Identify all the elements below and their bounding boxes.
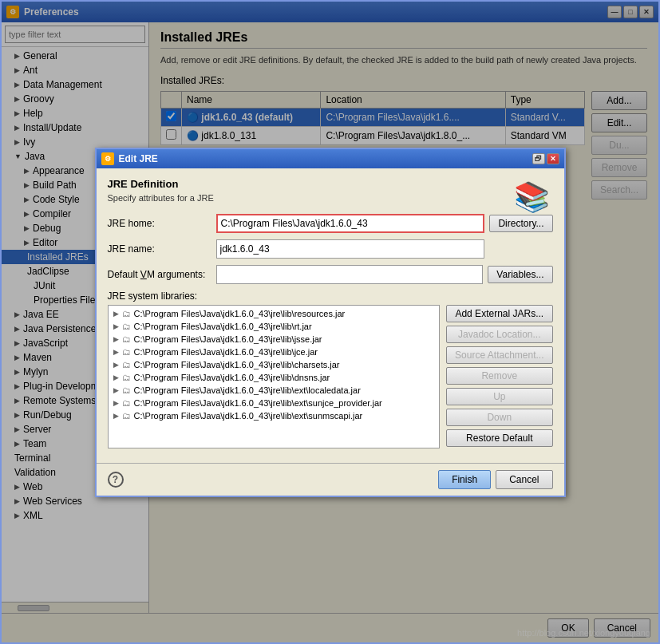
libraries-list[interactable]: ▶🗂C:\Program Files\Java\jdk1.6.0_43\jre\… — [108, 305, 441, 448]
jar-icon: 🗂 — [122, 347, 131, 357]
lib-path: C:\Program Files\Java\jdk1.6.0_43\jre\li… — [134, 322, 312, 331]
dialog-cancel-button[interactable]: Cancel — [496, 470, 552, 489]
list-item[interactable]: ▶🗂C:\Program Files\Java\jdk1.6.0_43\jre\… — [110, 397, 438, 409]
libraries-area: ▶🗂C:\Program Files\Java\jdk1.6.0_43\jre\… — [108, 305, 553, 448]
dialog-title-bar: ⚙ Edit JRE 🗗 ✕ — [97, 149, 564, 168]
jre-home-input[interactable] — [216, 214, 485, 233]
jar-icon: 🗂 — [122, 360, 131, 369]
variables-button[interactable]: Variables... — [488, 266, 552, 283]
list-item[interactable]: ▶🗂C:\Program Files\Java\jdk1.6.0_43\jre\… — [110, 333, 438, 346]
restore-default-button[interactable]: Restore Default — [446, 429, 552, 447]
lib-path: C:\Program Files\Java\jdk1.6.0_43\jre\li… — [134, 334, 322, 344]
dialog-title: Edit JRE — [119, 153, 158, 164]
default-vm-row: Default VM arguments: Variables... — [108, 265, 553, 284]
arrow-icon: ▶ — [113, 361, 119, 369]
arrow-icon: ▶ — [113, 399, 119, 407]
list-item[interactable]: ▶🗂C:\Program Files\Java\jdk1.6.0_43\jre\… — [110, 346, 438, 358]
dialog-close-button[interactable]: ✕ — [547, 153, 559, 164]
lib-path: C:\Program Files\Java\jdk1.6.0_43\jre\li… — [134, 360, 340, 369]
add-external-jars-button[interactable]: Add External JARs... — [446, 305, 552, 322]
jar-icon: 🗂 — [122, 373, 131, 382]
jar-icon: 🗂 — [122, 411, 131, 421]
arrow-icon: ▶ — [113, 322, 119, 330]
jar-icon: 🗂 — [122, 322, 131, 331]
jre-name-label: JRE name: — [108, 243, 211, 255]
jar-icon: 🗂 — [122, 334, 131, 344]
arrow-icon: ▶ — [113, 310, 119, 318]
jar-icon: 🗂 — [122, 309, 131, 318]
edit-jre-dialog: ⚙ Edit JRE 🗗 ✕ JRE Definition Specify at… — [95, 148, 566, 497]
arrow-icon: ▶ — [113, 386, 119, 394]
dialog-overlay: ⚙ Edit JRE 🗗 ✕ JRE Definition Specify at… — [2, 2, 658, 642]
lib-path: C:\Program Files\Java\jdk1.6.0_43\jre\li… — [134, 411, 363, 421]
dialog-bottom: ? Finish Cancel — [97, 463, 564, 496]
lib-path: C:\Program Files\Java\jdk1.6.0_43\jre\li… — [134, 309, 346, 318]
jre-books-icon: 📚 — [512, 176, 553, 218]
jre-name-row: JRE name: — [108, 239, 553, 259]
list-item[interactable]: ▶🗂C:\Program Files\Java\jdk1.6.0_43\jre\… — [110, 358, 438, 371]
default-vm-input[interactable] — [216, 265, 484, 284]
dialog-restore-button[interactable]: 🗗 — [532, 153, 545, 164]
list-item[interactable]: ▶🗂C:\Program Files\Java\jdk1.6.0_43\jre\… — [110, 320, 438, 333]
finish-button[interactable]: Finish — [438, 470, 491, 489]
lib-path: C:\Program Files\Java\jdk1.6.0_43\jre\li… — [134, 385, 361, 395]
dialog-section-title: JRE Definition — [108, 178, 553, 190]
arrow-icon: ▶ — [113, 412, 119, 420]
arrow-icon: ▶ — [113, 335, 119, 343]
javadoc-location-button: Javadoc Location... — [446, 326, 552, 343]
source-attachment-button: Source Attachment... — [446, 346, 552, 364]
default-vm-label: Default VM arguments: — [108, 269, 211, 280]
dialog-body: JRE Definition Specify attributes for a … — [97, 168, 564, 458]
jre-name-input[interactable] — [216, 239, 484, 259]
list-item[interactable]: ▶🗂C:\Program Files\Java\jdk1.6.0_43\jre\… — [110, 307, 438, 320]
list-item[interactable]: ▶🗂C:\Program Files\Java\jdk1.6.0_43\jre\… — [110, 409, 438, 422]
lib-path: C:\Program Files\Java\jdk1.6.0_43\jre\li… — [134, 398, 382, 408]
list-item[interactable]: ▶🗂C:\Program Files\Java\jdk1.6.0_43\jre\… — [110, 384, 438, 397]
arrow-icon: ▶ — [113, 373, 119, 381]
lib-path: C:\Program Files\Java\jdk1.6.0_43\jre\li… — [134, 373, 330, 382]
dialog-controls: 🗗 ✕ — [532, 153, 559, 164]
dialog-icon: ⚙ — [101, 152, 114, 165]
remove-lib-button: Remove — [446, 367, 552, 385]
dialog-bottom-right: Finish Cancel — [438, 470, 552, 489]
down-button: Down — [446, 409, 552, 426]
lib-path: C:\Program Files\Java\jdk1.6.0_43\jre\li… — [134, 347, 318, 357]
dialog-title-left: ⚙ Edit JRE — [101, 152, 158, 165]
jar-icon: 🗂 — [122, 398, 131, 408]
jre-home-row: JRE home: Directory... — [108, 214, 553, 233]
libraries-buttons: Add External JARs... Javadoc Location...… — [446, 305, 552, 448]
dialog-section-desc: Specify attributes for a JRE — [108, 193, 553, 203]
jre-home-label: JRE home: — [108, 218, 211, 229]
main-window: ⚙ Preferences — □ ✕ ▶General ▶Ant ▶Data … — [0, 0, 660, 644]
arrow-icon: ▶ — [113, 348, 119, 356]
help-button[interactable]: ? — [108, 472, 124, 488]
list-item[interactable]: ▶🗂C:\Program Files\Java\jdk1.6.0_43\jre\… — [110, 371, 438, 384]
libraries-label: JRE system libraries: — [108, 290, 553, 302]
jar-icon: 🗂 — [122, 385, 131, 395]
up-button: Up — [446, 388, 552, 405]
